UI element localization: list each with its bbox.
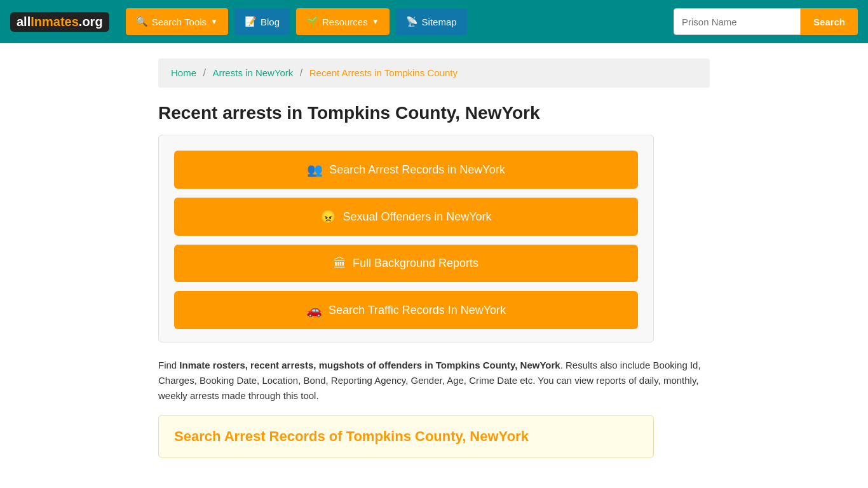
building-icon: 🏛 (334, 256, 346, 271)
resources-icon: 🌱 (306, 16, 318, 27)
car-icon: 🚗 (306, 302, 322, 318)
main-header: allInmates.org 🔍 Search Tools ▼ 📝 Blog 🌱… (0, 0, 868, 43)
header-search: Search (674, 8, 858, 35)
breadcrumb-home[interactable]: Home (171, 67, 196, 78)
nav-sitemap[interactable]: 📡 Sitemap (396, 8, 467, 35)
logo-inmates: Inmates (31, 15, 79, 29)
background-reports-button[interactable]: 🏛 Full Background Reports (174, 245, 638, 282)
desc-bold: Inmate rosters, recent arrests, mugshots… (179, 360, 560, 370)
breadcrumb-current: Recent Arrests in Tompkins County (309, 67, 458, 78)
page-title: Recent arrests in Tompkins County, NewYo… (158, 103, 710, 123)
nav-resources[interactable]: 🌱 Resources ▼ (296, 8, 390, 35)
blog-icon: 📝 (245, 16, 257, 27)
logo[interactable]: allInmates.org (10, 12, 109, 32)
search-records-title: Search Arrest Records of Tompkins County… (174, 428, 638, 445)
traffic-records-button[interactable]: 🚗 Search Traffic Records In NewYork (174, 291, 638, 329)
main-content: Home / Arrests in NewYork / Recent Arres… (148, 58, 720, 484)
logo-org: .org (79, 15, 103, 29)
sitemap-icon: 📡 (406, 16, 418, 27)
background-reports-label: Full Background Reports (353, 257, 478, 270)
chevron-down-icon: ▼ (210, 17, 218, 26)
people-icon: 👥 (307, 162, 323, 177)
sexual-offenders-button[interactable]: 😠 Sexual Offenders in NewYork (174, 198, 638, 236)
nav-blog-label: Blog (261, 17, 280, 27)
nav-sitemap-label: Sitemap (422, 17, 457, 27)
search-arrest-records-button[interactable]: 👥 Search Arrest Records in NewYork (174, 151, 638, 189)
prison-name-input[interactable] (674, 8, 801, 35)
breadcrumb-sep-1: / (203, 67, 205, 78)
traffic-records-label: Search Traffic Records In NewYork (329, 304, 506, 317)
nav-search-tools-label: Search Tools (152, 17, 207, 27)
breadcrumb-sep-2: / (300, 67, 302, 78)
action-card: 👥 Search Arrest Records in NewYork 😠 Sex… (158, 135, 654, 342)
breadcrumb: Home / Arrests in NewYork / Recent Arres… (158, 58, 710, 88)
search-arrest-records-label: Search Arrest Records in NewYork (329, 163, 505, 177)
logo-all: all (17, 15, 31, 29)
chevron-down-icon-2: ▼ (372, 17, 379, 26)
nav-search-tools[interactable]: 🔍 Search Tools ▼ (126, 8, 228, 35)
nav-blog[interactable]: 📝 Blog (234, 8, 290, 35)
offender-icon: 😠 (320, 209, 336, 224)
nav-resources-label: Resources (322, 17, 368, 27)
breadcrumb-arrests[interactable]: Arrests in NewYork (212, 67, 293, 78)
desc-prefix: Find (158, 360, 179, 370)
header-search-button[interactable]: Search (801, 8, 858, 35)
search-records-box: Search Arrest Records of Tompkins County… (158, 415, 654, 458)
description-text: Find Inmate rosters, recent arrests, mug… (158, 358, 710, 403)
search-tools-icon: 🔍 (136, 16, 148, 27)
sexual-offenders-label: Sexual Offenders in NewYork (342, 210, 491, 224)
